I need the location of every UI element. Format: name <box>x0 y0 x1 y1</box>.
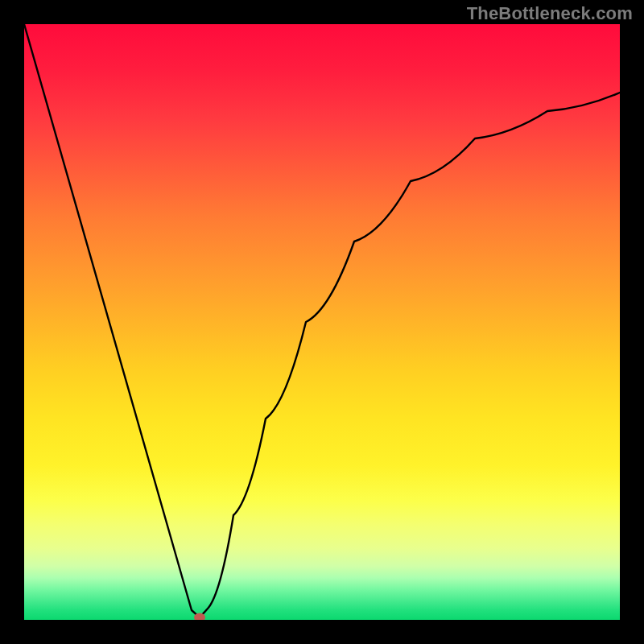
outer-frame: TheBottleneck.com <box>0 0 644 644</box>
bottleneck-curve <box>24 24 620 620</box>
vertex-marker <box>194 613 205 621</box>
curve-path <box>24 24 620 617</box>
watermark-text: TheBottleneck.com <box>467 3 633 24</box>
plot-area <box>24 24 620 620</box>
